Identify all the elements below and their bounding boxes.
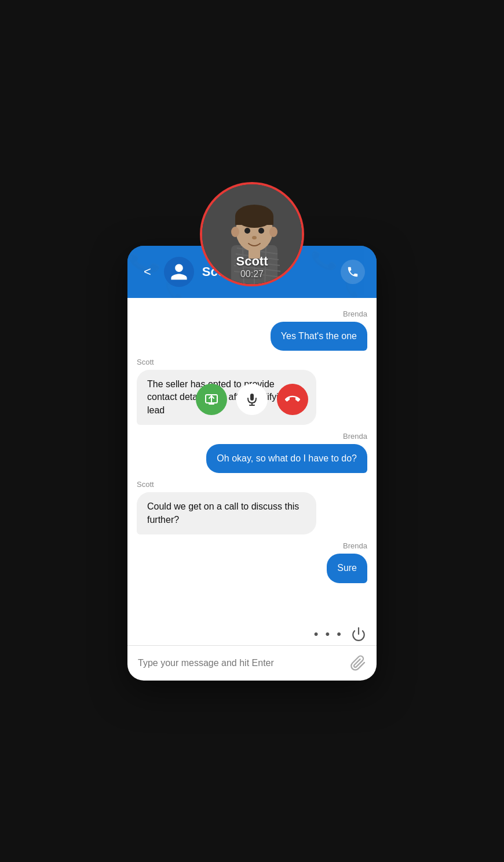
svg-rect-12 (235, 216, 273, 225)
svg-rect-22 (250, 394, 254, 401)
more-options-button[interactable]: • • • (314, 627, 343, 642)
call-info: Scott 00:27 (200, 249, 304, 282)
chat-actions-row: • • • (127, 625, 377, 645)
back-button[interactable]: < (139, 262, 156, 282)
message-group: BrendaSure (137, 541, 367, 583)
message-sender-label: Scott (137, 480, 154, 489)
svg-point-13 (231, 227, 239, 237)
message-input[interactable] (138, 658, 344, 668)
phone-icon (346, 265, 359, 278)
call-timer: 00:27 (211, 269, 293, 279)
call-card: Scott 00:27 (196, 182, 308, 415)
power-icon[interactable] (351, 627, 366, 642)
message-sender-label: Brenda (343, 541, 367, 550)
app-container: Scott 00:27 (127, 182, 377, 681)
screen-share-button[interactable] (196, 384, 227, 415)
svg-point-16 (258, 228, 264, 234)
svg-point-15 (244, 228, 250, 234)
user-icon (169, 262, 189, 282)
message-bubble: Could we get on a call to discuss this f… (137, 492, 316, 534)
header-avatar (164, 257, 194, 287)
message-bubble: Oh okay, so what do I have to do? (206, 444, 367, 473)
svg-point-14 (269, 227, 277, 237)
attach-icon[interactable] (350, 655, 366, 671)
end-call-button[interactable] (277, 384, 308, 415)
message-group: BrendaOh okay, so what do I have to do? (137, 432, 367, 473)
call-contact-name: Scott (211, 254, 293, 269)
message-sender-label: Brenda (343, 310, 367, 318)
message-sender-label: Brenda (343, 432, 367, 441)
message-bubble: Sure (327, 554, 367, 583)
svg-point-17 (252, 236, 257, 239)
call-controls (196, 384, 308, 415)
phone-call-button[interactable] (341, 260, 365, 284)
chat-input-bar (127, 645, 377, 681)
mute-button[interactable] (236, 384, 268, 415)
message-sender-label: Scott (137, 358, 154, 366)
message-group: ScottCould we get on a call to discuss t… (137, 480, 367, 534)
